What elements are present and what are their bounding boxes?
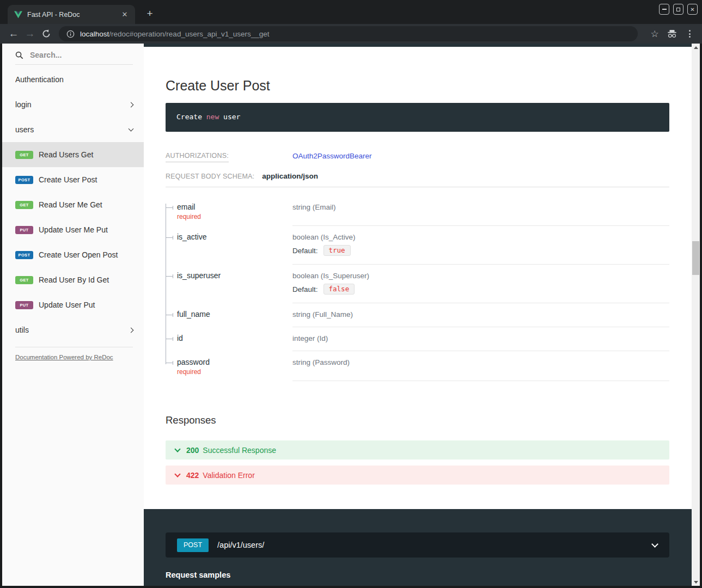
request-body-row: REQUEST BODY SCHEMA: application/json [166,172,669,187]
field-name: is_superuser [177,271,287,280]
field-name-cell: id [166,327,292,351]
page-scrollbar[interactable] [692,44,700,586]
close-button[interactable]: ✕ [687,4,698,15]
field-name: full_name [177,310,287,318]
request-body-label: REQUEST BODY SCHEMA: [166,173,254,180]
sidebar-item-login[interactable]: login [2,92,144,117]
sidebar-item-read-users-get[interactable]: GETRead Users Get [2,142,144,167]
sidebar-item-create-user-post[interactable]: POSTCreate User Post [2,167,144,192]
field-required-flag: required [177,213,287,220]
redoc-footer-link[interactable]: Documentation Powered by ReDoc [15,354,131,360]
maximize-button[interactable] [673,4,683,15]
response-banner-422[interactable]: 422Validation Error [166,465,669,485]
field-default-row: Default:true [292,245,669,256]
sidebar-item-read-user-me-get[interactable]: GETRead User Me Get [2,192,144,217]
sidebar-item-utils[interactable]: utils [2,317,144,342]
sidebar-item-update-user-put[interactable]: PUTUpdate User Put [2,292,144,317]
field-name: password [177,358,287,366]
operation-section: Create User Post Create new user AUTHORI… [144,78,692,509]
field-type: string (Password) [292,358,669,366]
get-method-badge: GET [15,201,33,209]
schema-fields: emailrequiredstring (Email)is_activebool… [166,196,669,381]
schema-field-row: is_superuserboolean (Is_Superuser)Defaul… [166,265,669,303]
operation-title: Create User Post [166,78,669,94]
browser-window: Fast API - ReDoc ✕ + ✕ ← → [0,0,702,588]
bookmark-star-icon[interactable]: ☆ [648,27,662,41]
field-type-cell: string (Full_Name) [292,303,669,327]
sidebar-item-label: Authentication [15,75,133,84]
responses-list: 200Successful Response422Validation Erro… [166,440,669,485]
default-label: Default: [292,285,318,293]
sidebar-item-create-user-open-post[interactable]: POSTCreate User Open Post [2,242,144,267]
field-name: email [177,203,287,211]
tab-bar: Fast API - ReDoc ✕ + ✕ [0,0,702,24]
sidebar-item-users[interactable]: users [2,117,144,142]
sidebar-footer-divider [15,347,133,347]
post-method-badge: POST [15,176,33,184]
field-type: string (Full_Name) [292,310,669,318]
response-label: Validation Error [203,471,254,480]
endpoint-dropdown[interactable]: POST /api/v1/users/ [166,532,669,558]
authorizations-row: AUTHORIZATIONS: OAuth2PasswordBearer [166,152,669,162]
sidebar-item-label: Read User Me Get [39,200,133,209]
content: Create User Post Create new user AUTHORI… [144,44,692,586]
schema-field-row: is_activeboolean (Is_Active)Default:true [166,226,669,265]
sidebar-item-read-user-by-id-get[interactable]: GETRead User By Id Get [2,267,144,292]
sidebar-item-authentication[interactable]: Authentication [2,67,144,92]
chevron-right-icon [129,102,134,107]
default-label: Default: [292,247,318,255]
field-name-cell: passwordrequired [166,351,292,381]
field-type: string (Email) [292,203,669,211]
scrollbar-thumb[interactable] [692,241,699,275]
search-icon [15,51,23,59]
field-name-cell: emailrequired [166,196,292,226]
incognito-icon [665,27,679,41]
chevron-down-icon [129,126,134,132]
sidebar-item-label: Read Users Get [39,150,133,159]
sidebar-item-label: Read User By Id Get [39,275,133,284]
sidebar-item-label: users [15,125,129,134]
oauth2-link[interactable]: OAuth2PasswordBearer [292,152,372,160]
url-path: /redoc#operation/read_users_api_v1_users… [109,30,269,38]
response-label: Successful Response [203,446,276,455]
response-banner-200[interactable]: 200Successful Response [166,440,669,460]
get-method-badge: GET [15,151,33,159]
search-divider [15,64,133,65]
post-method-badge: POST [177,538,209,552]
menu-kebab-icon[interactable] [682,27,697,41]
endpoint-path: /api/v1/users/ [217,541,652,549]
description-text: user [219,113,240,121]
chevron-down-icon [174,471,180,477]
put-method-badge: PUT [15,301,33,309]
description-keyword: new [206,113,219,121]
search-input[interactable] [30,51,123,59]
sidebar-item-label: Create User Post [39,175,133,184]
back-button[interactable]: ← [5,26,22,41]
tab-close-icon[interactable]: ✕ [120,10,130,20]
scrollbar-down-arrow[interactable] [692,578,700,586]
sidebar-item-label: Create User Open Post [39,250,133,259]
schema-field-row: full_namestring (Full_Name) [166,303,669,327]
sidebar-item-update-user-me-put[interactable]: PUTUpdate User Me Put [2,217,144,242]
previous-section-strip [144,44,692,47]
new-tab-button[interactable]: + [143,8,157,20]
address-bar[interactable]: localhost/redoc#operation/read_users_api… [59,26,638,41]
field-default-row: Default:false [292,284,669,295]
field-name: is_active [177,232,287,241]
field-name: id [177,334,287,342]
field-required-flag: required [177,368,287,376]
operation-description-code: Create new user [166,103,669,132]
field-type: boolean (Is_Superuser) [292,272,669,280]
scrollbar-up-arrow[interactable] [692,44,700,51]
site-info-icon[interactable] [66,30,75,38]
sidebar: AuthenticationloginusersGETRead Users Ge… [2,44,144,586]
reload-button[interactable] [38,26,54,41]
sidebar-item-label: utils [15,326,129,334]
forward-button[interactable]: → [22,26,38,41]
browser-tab[interactable]: Fast API - ReDoc ✕ [8,5,135,24]
sidebar-item-label: Update User Put [39,301,133,309]
minimize-button[interactable] [659,4,669,15]
authorizations-label: AUTHORIZATIONS: [166,152,292,162]
field-type: boolean (Is_Active) [292,233,669,241]
post-method-badge: POST [15,251,33,259]
